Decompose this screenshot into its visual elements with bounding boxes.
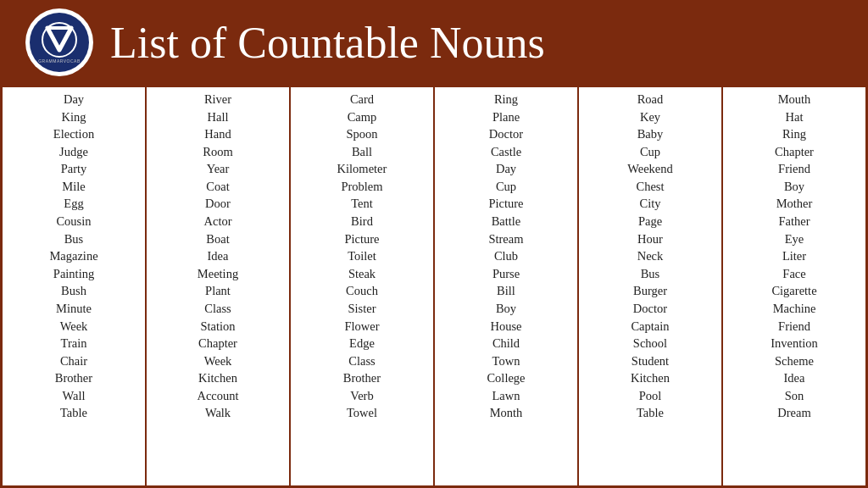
word-item: Plant bbox=[205, 282, 231, 300]
word-item: Cigarette bbox=[771, 282, 816, 300]
word-item: Sister bbox=[348, 300, 376, 318]
word-item: Class bbox=[204, 300, 231, 318]
word-item: River bbox=[204, 91, 231, 108]
word-item: Lawn bbox=[492, 387, 520, 405]
word-item: Stream bbox=[488, 230, 523, 248]
word-item: Dream bbox=[777, 404, 810, 422]
word-item: Kitchen bbox=[198, 369, 237, 387]
word-item: Chapter bbox=[198, 335, 237, 352]
word-item: Chest bbox=[636, 178, 664, 196]
word-item: Spoon bbox=[346, 125, 377, 143]
word-item: Problem bbox=[341, 178, 382, 196]
word-item: Son bbox=[785, 387, 804, 405]
word-item: Ring bbox=[494, 91, 518, 108]
word-item: Boy bbox=[496, 300, 516, 318]
word-item: Machine bbox=[773, 300, 816, 318]
word-item: Kitchen bbox=[631, 369, 670, 387]
word-item: Captain bbox=[631, 318, 669, 336]
column-4: RingPlaneDoctorCastleDayCupPictureBattle… bbox=[435, 87, 579, 485]
word-item: Liter bbox=[782, 247, 806, 265]
word-item: Key bbox=[640, 108, 660, 126]
word-item: Battle bbox=[492, 213, 521, 230]
word-item: Edge bbox=[349, 335, 375, 352]
word-item: Bus bbox=[64, 230, 84, 248]
word-item: Magazine bbox=[49, 247, 97, 265]
word-item: Party bbox=[61, 160, 87, 178]
word-item: Father bbox=[778, 213, 810, 230]
word-item: Brother bbox=[343, 369, 381, 387]
word-item: Hat bbox=[786, 108, 804, 126]
column-2: RiverHallHandRoomYearCoatDoorActorBoatId… bbox=[147, 87, 291, 485]
word-item: Club bbox=[494, 247, 518, 265]
word-item: Mouth bbox=[778, 91, 811, 108]
logo-icon bbox=[41, 21, 78, 58]
content-area: DayKingElectionJudgePartyMileEggCousinBu… bbox=[0, 85, 868, 488]
word-item: Table bbox=[60, 404, 87, 422]
word-item: Wall bbox=[62, 387, 85, 405]
word-item: Toilet bbox=[348, 247, 376, 265]
word-item: Cup bbox=[640, 143, 660, 161]
word-item: Idea bbox=[208, 247, 229, 265]
word-item: House bbox=[490, 318, 521, 336]
word-item: Hand bbox=[204, 125, 231, 143]
word-item: City bbox=[640, 195, 661, 213]
word-item: Castle bbox=[491, 143, 521, 161]
column-3: CardCampSpoonBallKilometerProblemTentBir… bbox=[291, 87, 435, 485]
word-item: Face bbox=[782, 265, 805, 283]
word-item: Idea bbox=[784, 369, 805, 387]
word-item: Minute bbox=[56, 300, 92, 318]
word-item: Brother bbox=[55, 369, 92, 387]
word-item: Bus bbox=[641, 265, 660, 283]
word-item: Eye bbox=[785, 230, 804, 248]
word-item: Pool bbox=[639, 387, 662, 405]
word-item: Mother bbox=[776, 195, 813, 213]
word-item: Doctor bbox=[633, 300, 667, 318]
word-item: Bird bbox=[351, 213, 373, 230]
word-item: Election bbox=[53, 125, 94, 143]
word-item: Towel bbox=[347, 404, 377, 422]
word-item: Doctor bbox=[489, 125, 523, 143]
word-item: Chair bbox=[60, 352, 87, 370]
word-item: Hour bbox=[637, 230, 663, 248]
word-item: Flower bbox=[344, 318, 379, 336]
word-item: Kilometer bbox=[337, 160, 387, 178]
word-item: Picture bbox=[344, 230, 379, 248]
word-item: Account bbox=[197, 387, 238, 405]
word-item: Cup bbox=[496, 178, 516, 196]
word-item: Verb bbox=[350, 387, 373, 405]
word-item: School bbox=[633, 335, 667, 352]
word-item: Neck bbox=[637, 247, 664, 265]
word-item: Painting bbox=[53, 265, 94, 283]
word-item: Table bbox=[637, 404, 664, 422]
word-item: Picture bbox=[488, 195, 523, 213]
word-item: Chapter bbox=[775, 143, 814, 161]
word-item: Week bbox=[60, 318, 88, 336]
word-item: Day bbox=[64, 91, 84, 108]
word-item: Town bbox=[492, 352, 520, 370]
word-item: Walk bbox=[205, 404, 231, 422]
word-item: Card bbox=[350, 91, 374, 108]
word-item: Cousin bbox=[56, 213, 91, 230]
word-item: Boat bbox=[206, 230, 229, 248]
word-item: Scheme bbox=[775, 352, 814, 370]
word-item: Road bbox=[637, 91, 664, 108]
word-item: Burger bbox=[633, 282, 667, 300]
word-item: Station bbox=[200, 318, 235, 336]
page-title: List of Countable Nouns bbox=[110, 18, 545, 68]
word-item: Train bbox=[61, 335, 87, 352]
word-item: Page bbox=[638, 213, 662, 230]
word-item: Room bbox=[203, 143, 232, 161]
word-item: Meeting bbox=[198, 265, 238, 283]
word-item: King bbox=[62, 108, 86, 126]
column-6: MouthHatRingChapterFriendBoyMotherFather… bbox=[723, 87, 865, 485]
word-item: Hall bbox=[208, 108, 229, 126]
logo-container: GRAMMARVOCAB bbox=[25, 8, 93, 76]
word-item: Camp bbox=[348, 108, 377, 126]
word-item: Steak bbox=[348, 265, 376, 283]
word-item: Baby bbox=[637, 125, 664, 143]
word-item: Plane bbox=[492, 108, 520, 126]
column-5: RoadKeyBabyCupWeekendChestCityPageHourNe… bbox=[579, 87, 723, 485]
word-item: Tent bbox=[351, 195, 373, 213]
word-item: Couch bbox=[346, 282, 378, 300]
word-item: Student bbox=[632, 352, 669, 370]
